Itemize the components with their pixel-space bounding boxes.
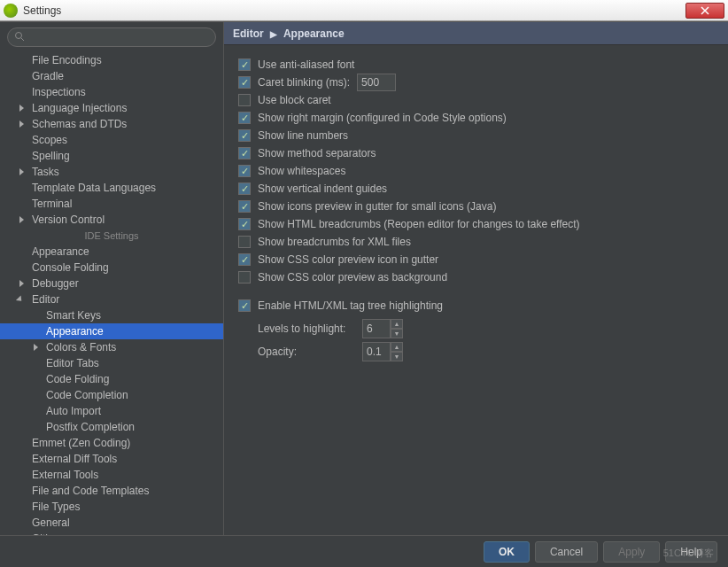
breadcrumb-root: Editor xyxy=(233,27,264,40)
chevron-right-icon: ▶ xyxy=(270,29,277,39)
sidebar: File EncodingsGradleInspectionsLanguage … xyxy=(0,22,224,535)
tree-item[interactable]: Spelling xyxy=(0,148,223,164)
spinner-up-icon[interactable]: ▲ xyxy=(391,319,403,329)
tree-item[interactable]: Terminal xyxy=(0,196,223,212)
tree-item[interactable]: Language Injections xyxy=(0,100,223,116)
checkbox[interactable] xyxy=(238,129,251,142)
app-icon xyxy=(4,4,18,18)
spinner-input[interactable] xyxy=(362,319,391,338)
number-input[interactable] xyxy=(357,74,396,91)
checkbox[interactable] xyxy=(238,299,251,312)
option-label: Show vertical indent guides xyxy=(258,183,387,195)
tree-item[interactable]: Gradle xyxy=(0,68,223,84)
option-row: Show line numbers xyxy=(238,127,714,144)
tree-item[interactable]: File Types xyxy=(0,499,223,515)
checkbox[interactable] xyxy=(238,253,251,266)
tree-item[interactable]: Smart Keys xyxy=(0,307,223,323)
option-label: Show CSS color preview icon in gutter xyxy=(258,253,438,266)
tree-item[interactable]: File Encodings xyxy=(0,52,223,68)
ide-settings-divider: IDE Settings xyxy=(0,228,223,244)
option-row: Show right margin (configured in Code St… xyxy=(238,109,714,127)
spinner-input[interactable] xyxy=(362,342,391,361)
tree-item[interactable]: Code Completion xyxy=(0,387,223,403)
option-label: Show line numbers xyxy=(258,129,348,142)
option-row: Use block caret xyxy=(238,91,714,109)
tree-item[interactable]: Schemas and DTDs xyxy=(0,116,223,132)
tree-item[interactable]: Appearance xyxy=(0,323,223,339)
tree-item[interactable]: Appearance xyxy=(0,244,223,260)
svg-point-0 xyxy=(16,33,22,39)
tree-item[interactable]: Debugger xyxy=(0,276,223,291)
search-icon xyxy=(14,31,25,44)
settings-tree[interactable]: File EncodingsGradleInspectionsLanguage … xyxy=(0,52,223,535)
breadcrumb-leaf: Appearance xyxy=(283,27,345,40)
option-row: Caret blinking (ms): xyxy=(238,74,714,91)
option-label: Show icons preview in gutter for small i… xyxy=(258,200,496,213)
tree-item[interactable]: Console Folding xyxy=(0,260,223,276)
option-row: Show method separators xyxy=(238,144,714,162)
spinner-label: Levels to highlight: xyxy=(258,322,355,335)
spinner-up-icon[interactable]: ▲ xyxy=(391,342,403,352)
tree-item[interactable]: Code Folding xyxy=(0,371,223,387)
option-row: Show CSS color preview as background xyxy=(238,268,714,286)
tree-item[interactable]: Tasks xyxy=(0,164,223,180)
tree-item[interactable]: Editor xyxy=(0,291,223,307)
checkbox[interactable] xyxy=(238,200,251,213)
option-label: Caret blinking (ms): xyxy=(258,76,350,89)
apply-button[interactable]: Apply xyxy=(603,541,660,563)
search-input[interactable] xyxy=(7,27,216,47)
tree-item[interactable]: General xyxy=(0,515,223,531)
option-row: Show HTML breadcrumbs (Reopen editor for… xyxy=(238,215,714,233)
option-row: Use anti-aliased font xyxy=(238,56,714,74)
checkbox[interactable] xyxy=(238,183,251,195)
options-panel: Use anti-aliased fontCaret blinking (ms)… xyxy=(224,45,728,371)
checkbox[interactable] xyxy=(238,112,251,124)
tree-item[interactable]: Editor Tabs xyxy=(0,355,223,371)
opacity-spinner[interactable]: ▲▼ xyxy=(362,342,403,361)
search-wrap xyxy=(0,22,223,52)
tree-item[interactable]: Template Data Languages xyxy=(0,180,223,196)
checkbox[interactable] xyxy=(238,76,251,89)
checkbox[interactable] xyxy=(238,94,251,106)
footer: OK Cancel Apply Help xyxy=(0,535,728,567)
close-icon xyxy=(701,6,709,15)
ok-button[interactable]: OK xyxy=(484,541,530,563)
main-area: File EncodingsGradleInspectionsLanguage … xyxy=(0,21,728,535)
tree-item[interactable]: External Diff Tools xyxy=(0,451,223,467)
cancel-button[interactable]: Cancel xyxy=(535,541,598,563)
tree-item[interactable]: Colors & Fonts xyxy=(0,339,223,355)
option-label: Show CSS color preview as background xyxy=(258,271,447,284)
checkbox[interactable] xyxy=(238,236,251,248)
levels-spinner[interactable]: ▲▼ xyxy=(362,319,403,338)
option-label: Enable HTML/XML tag tree highlighting xyxy=(258,299,443,312)
option-label: Use anti-aliased font xyxy=(258,58,354,71)
tree-item[interactable]: Auto Import xyxy=(0,403,223,419)
checkbox[interactable] xyxy=(238,58,251,71)
breadcrumb: Editor ▶ Appearance xyxy=(224,22,728,45)
tree-item[interactable]: Scopes xyxy=(0,132,223,148)
tree-item[interactable]: Version Control xyxy=(0,212,223,228)
levels-row: Levels to highlight:▲▼ xyxy=(258,320,714,338)
help-button[interactable]: Help xyxy=(665,541,717,563)
option-row: Show whitespaces xyxy=(238,162,714,180)
tree-item[interactable]: Emmet (Zen Coding) xyxy=(0,435,223,451)
close-button[interactable] xyxy=(685,3,724,19)
tree-item[interactable]: File and Code Templates xyxy=(0,483,223,499)
tree-item[interactable]: Inspections xyxy=(0,84,223,100)
option-label: Use block caret xyxy=(258,94,331,106)
tree-item[interactable]: Postfix Completion xyxy=(0,419,223,435)
option-row: Show icons preview in gutter for small i… xyxy=(238,198,714,215)
tree-item[interactable]: External Tools xyxy=(0,467,223,483)
option-label: Show method separators xyxy=(258,147,376,159)
checkbox[interactable] xyxy=(238,165,251,177)
option-label: Show breadcrumbs for XML files xyxy=(258,236,411,248)
opacity-row: Opacity:▲▼ xyxy=(258,343,714,361)
option-row: Show CSS color preview icon in gutter xyxy=(238,251,714,268)
checkbox[interactable] xyxy=(238,271,251,284)
spinner-label: Opacity: xyxy=(258,346,355,358)
spinner-down-icon[interactable]: ▼ xyxy=(391,329,403,338)
spinner-down-icon[interactable]: ▼ xyxy=(391,352,403,361)
checkbox[interactable] xyxy=(238,147,251,159)
window-title: Settings xyxy=(23,4,685,17)
checkbox[interactable] xyxy=(238,218,251,230)
